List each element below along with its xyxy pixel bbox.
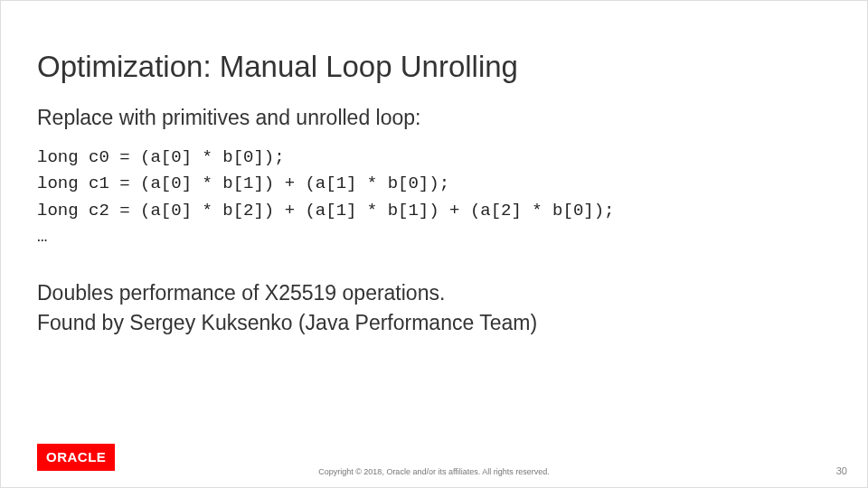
code-block: long c0 = (a[0] * b[0]); long c1 = (a[0]… xyxy=(37,145,831,251)
copyright-text: Copyright © 2018, Oracle and/or its affi… xyxy=(1,467,867,476)
logo-text: ORACLE xyxy=(46,449,106,465)
result-line-2: Found by Sergey Kuksenko (Java Performan… xyxy=(37,308,831,338)
slide: Optimization: Manual Loop Unrolling Repl… xyxy=(0,0,868,488)
result-line-1: Doubles performance of X25519 operations… xyxy=(37,278,831,308)
page-number: 30 xyxy=(836,465,847,476)
slide-subtitle: Replace with primitives and unrolled loo… xyxy=(37,106,831,130)
result-text: Doubles performance of X25519 operations… xyxy=(37,278,831,339)
slide-content: Optimization: Manual Loop Unrolling Repl… xyxy=(37,50,831,338)
slide-title: Optimization: Manual Loop Unrolling xyxy=(37,50,831,84)
